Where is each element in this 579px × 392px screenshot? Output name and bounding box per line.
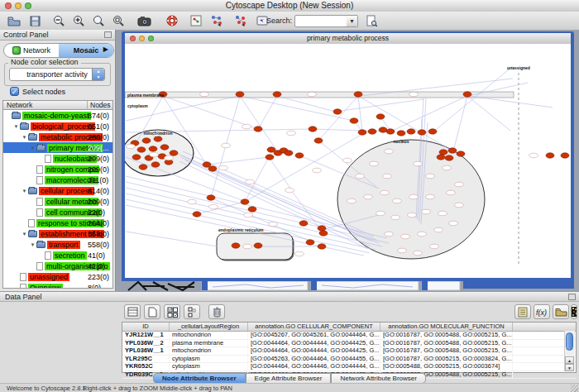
gene-node-chip[interactable] <box>449 221 458 226</box>
zoom-selected-icon[interactable] <box>89 13 108 28</box>
scroll-down-button[interactable]: ▼ <box>565 364 574 371</box>
gene-node[interactable] <box>309 127 317 131</box>
gene-node[interactable] <box>445 155 453 160</box>
gene-node-chip[interactable] <box>385 149 394 154</box>
gene-node[interactable] <box>368 129 376 134</box>
gene-node-chip[interactable] <box>376 211 385 216</box>
gene-node-chip[interactable] <box>308 92 317 97</box>
disclosure-triangle-icon[interactable]: ▼ <box>29 146 36 151</box>
gene-node[interactable] <box>407 129 415 134</box>
tree-row[interactable]: cell communicat22(0) <box>3 207 112 218</box>
gene-node-chip[interactable] <box>393 198 402 203</box>
annotation-network-icon[interactable] <box>187 13 205 28</box>
gene-node-chip[interactable] <box>370 161 379 166</box>
select-attributes-icon[interactable] <box>124 304 141 319</box>
gene-node-chip[interactable] <box>529 153 538 158</box>
network-window-titlebar[interactable]: primary metabolic process <box>125 33 571 45</box>
gene-node-chip[interactable] <box>188 199 197 204</box>
gene-node-chip[interactable] <box>165 155 174 160</box>
gene-node[interactable] <box>376 114 385 119</box>
tree-row[interactable]: macromolecule311(0) <box>3 174 112 185</box>
column-header[interactable]: _cellularLayoutRegion <box>170 323 248 331</box>
attribute-notes-icon[interactable] <box>514 304 531 319</box>
gene-node[interactable] <box>241 199 249 204</box>
table-scrollbar[interactable]: ▲ ▼ <box>564 331 575 371</box>
import-attributes-icon[interactable] <box>553 304 569 319</box>
select-all-attributes-icon[interactable] <box>164 304 180 319</box>
gene-node-chip[interactable] <box>244 213 253 218</box>
plasma-membrane-region[interactable] <box>125 92 514 98</box>
gene-node[interactable] <box>248 207 256 212</box>
network-tree-header[interactable]: Network Nodes <box>2 100 113 110</box>
gene-node[interactable] <box>170 151 178 155</box>
tree-row[interactable]: Overview8(0) <box>3 282 112 289</box>
attribute-table-columns[interactable]: ID_cellularLayoutRegionannotation.GO CEL… <box>122 323 576 332</box>
gene-node-chip[interactable] <box>401 234 410 239</box>
gene-node[interactable] <box>318 244 326 249</box>
table-row[interactable]: YKR052Ccytoplasm[GO:0044464, GO:0044446,… <box>122 363 576 371</box>
gene-node-chip[interactable] <box>418 232 427 237</box>
gene-node[interactable] <box>236 92 244 97</box>
gene-node-chip[interactable] <box>438 211 447 216</box>
gene-node[interactable] <box>149 146 157 151</box>
gene-node[interactable] <box>132 155 141 160</box>
open-file-icon[interactable] <box>5 13 23 28</box>
help-lifering-icon[interactable] <box>163 13 181 28</box>
disclosure-triangle-icon[interactable]: ▼ <box>29 242 36 247</box>
gene-node[interactable] <box>208 166 217 171</box>
gene-node-chip[interactable] <box>285 188 294 193</box>
gene-node-chip[interactable] <box>434 227 443 232</box>
tree-row[interactable]: cellular metabo209(0) <box>3 196 112 207</box>
tree-row[interactable]: multi-organism pro42(0) <box>3 261 112 271</box>
gene-node[interactable] <box>448 148 457 153</box>
gene-node-chip[interactable] <box>409 194 419 199</box>
attribute-table[interactable]: ID_cellularLayoutRegionannotation.GO CEL… <box>122 322 577 373</box>
gene-node[interactable] <box>379 127 387 132</box>
gene-node[interactable] <box>299 221 308 226</box>
gene-node[interactable] <box>428 129 437 134</box>
gene-node-chip[interactable] <box>242 124 251 129</box>
gene-node[interactable] <box>306 240 314 245</box>
tree-row[interactable]: unassigned223(0) <box>3 271 112 282</box>
gene-node-chip[interactable] <box>222 143 231 148</box>
gene-node[interactable] <box>139 165 147 170</box>
gene-node[interactable] <box>193 212 201 217</box>
gene-node-chip[interactable] <box>422 209 431 214</box>
gene-node-chip[interactable] <box>385 232 394 237</box>
gene-node[interactable] <box>314 138 323 143</box>
gene-node-chip[interactable] <box>150 152 159 157</box>
disclosure-triangle-icon[interactable]: ▼ <box>12 124 20 129</box>
tab-network[interactable]: Network <box>4 44 59 57</box>
gene-node[interactable] <box>358 130 366 135</box>
gene-node[interactable] <box>207 195 215 200</box>
disclosure-triangle-icon[interactable]: ▼ <box>21 135 28 140</box>
gene-node-chip[interactable] <box>414 161 423 166</box>
gene-node[interactable] <box>561 153 569 158</box>
tab-mosaic[interactable]: Mosaic <box>59 44 113 57</box>
column-header[interactable]: ID <box>122 323 170 331</box>
gene-node-chip[interactable] <box>408 213 417 218</box>
heatmap-view-icon[interactable] <box>571 304 577 319</box>
gene-node-chip[interactable] <box>430 244 439 249</box>
gene-node-chip[interactable] <box>287 131 296 136</box>
network-view-window[interactable]: primary metabolic process plasma membran… <box>122 31 574 281</box>
gene-node-chip[interactable] <box>269 222 278 227</box>
gene-node-chip[interactable] <box>409 92 419 97</box>
gene-node[interactable] <box>397 131 405 136</box>
gene-node[interactable] <box>137 147 146 152</box>
column-header[interactable]: annotation.GO MOLECULAR_FUNCTION <box>380 323 513 331</box>
unselect-all-attributes-icon[interactable] <box>184 304 200 319</box>
gene-node[interactable] <box>418 130 426 135</box>
gene-node[interactable] <box>318 226 326 231</box>
gene-node[interactable] <box>333 109 342 114</box>
gene-node[interactable] <box>273 92 281 97</box>
gene-node-chip[interactable] <box>356 174 365 179</box>
gene-node-chip[interactable] <box>209 204 218 209</box>
scroll-up-button[interactable]: ▲ <box>565 356 574 364</box>
background-window-slivers[interactable] <box>122 281 574 291</box>
gene-node-chip[interactable] <box>243 244 252 249</box>
gene-node[interactable] <box>232 243 240 248</box>
table-row[interactable]: YPL036W__1mitochondrion[GO:0044464, GO:0… <box>122 347 576 356</box>
gene-node[interactable] <box>386 129 395 134</box>
gene-node-chip[interactable] <box>398 248 407 253</box>
